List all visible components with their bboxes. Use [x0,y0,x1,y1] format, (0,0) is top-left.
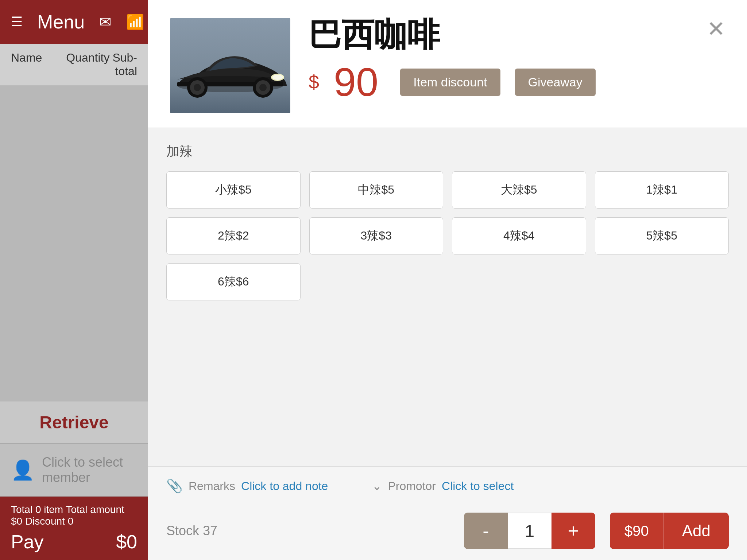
giveaway-button[interactable]: Giveaway [515,69,596,96]
promotor-section: ⌄ Promotor Click to select [372,479,514,493]
col-name-label: Name [11,51,66,78]
modifier-option[interactable]: 3辣$3 [309,217,444,254]
add-label-button[interactable]: Add [664,513,729,549]
main-panel: 巴西咖啡 $ 90 Item discount Giveaway ✕ 加辣 小辣… [148,0,747,560]
svg-point-8 [194,84,201,91]
remarks-label: Remarks [189,479,235,493]
product-info: 巴西咖啡 $ 90 Item discount Giveaway [309,18,689,102]
sidebar-footer: Total 0 item Total amount $0 Discount 0 … [0,497,148,560]
product-header: 巴西咖啡 $ 90 Item discount Giveaway ✕ [148,0,747,128]
add-button-group: $90 Add [610,513,729,549]
order-list [0,86,148,401]
add-to-cart-bar: Stock 37 - 1 + $90 Add [148,505,747,560]
quantity-minus-button[interactable]: - [464,513,508,549]
svg-point-4 [272,75,283,80]
modifier-group-label: 加辣 [166,143,729,160]
modifier-option[interactable]: 2辣$2 [166,217,301,254]
pay-row: Pay $0 [11,531,137,553]
remarks-section: 📎 Remarks Click to add note [166,478,328,494]
member-icon: 👤 [11,459,35,481]
promotor-label: Promotor [388,479,436,493]
modifier-option[interactable]: 中辣$5 [309,171,444,209]
select-member-text: Click to select member [42,455,137,485]
remarks-icon: 📎 [166,478,183,494]
item-discount-button[interactable]: Item discount [400,69,500,96]
click-to-select-promotor[interactable]: Click to select [442,479,514,493]
product-name: 巴西咖啡 [309,18,689,51]
modifiers-section: 加辣 小辣$5中辣$5大辣$51辣$12辣$23辣$34辣$45辣$56辣$6 [148,128,747,466]
mail-icon[interactable]: ✉ [99,13,112,31]
select-member-row[interactable]: 👤 Click to select member [0,444,148,497]
pay-label: Pay [11,531,44,553]
modifier-option[interactable]: 大辣$5 [452,171,586,209]
currency-symbol: $ [309,71,319,93]
hamburger-icon[interactable]: ☰ [11,14,23,30]
quantity-controls: - 1 + [464,513,595,549]
modifier-option[interactable]: 4辣$4 [452,217,586,254]
chart-icon[interactable]: 📶 [126,13,144,31]
add-note-button[interactable]: Click to add note [241,479,328,493]
close-button[interactable]: ✕ [707,18,725,40]
totals-line: Total 0 item Total amount $0 Discount 0 [11,504,137,527]
table-header: Name Quantity Sub-total [0,44,148,86]
col-sub-label: Sub-total [109,51,137,78]
svg-point-11 [259,84,267,91]
sidebar-header: ☰ Menu ✉ 📶 🔍 [0,0,148,44]
modifier-option[interactable]: 小辣$5 [166,171,301,209]
modifier-grid: 小辣$5中辣$5大辣$51辣$12辣$23辣$34辣$45辣$56辣$6 [166,171,729,300]
quantity-display: 1 [508,513,551,549]
divider [350,477,350,495]
modifier-option[interactable]: 6辣$6 [166,263,301,300]
bottom-bar: 📎 Remarks Click to add note ⌄ Promotor C… [148,466,747,505]
modifier-option[interactable]: 5辣$5 [595,217,729,254]
quantity-plus-button[interactable]: + [551,513,595,549]
totals-text: Total 0 item Total amount $0 Discount 0 [11,504,137,527]
add-price-button[interactable]: $90 [610,513,664,549]
menu-title: Menu [37,11,85,33]
product-price-row: $ 90 Item discount Giveaway [309,62,689,102]
stock-label: Stock 37 [166,523,232,538]
price-value: 90 [334,62,378,102]
retrieve-button[interactable]: Retrieve [0,401,148,444]
pay-amount: $0 [116,531,137,553]
modifier-option[interactable]: 1辣$1 [595,171,729,209]
col-qty-label: Quantity [66,51,109,78]
promotor-icon: ⌄ [372,479,382,493]
product-image [170,18,290,113]
sidebar: ☰ Menu ✉ 📶 🔍 Name Quantity Sub-total Ret… [0,0,148,560]
